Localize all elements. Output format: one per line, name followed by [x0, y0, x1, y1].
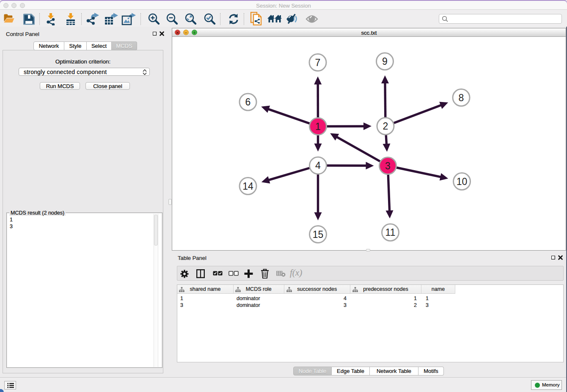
svg-text:2: 2 — [383, 121, 388, 132]
svg-text:1: 1 — [315, 121, 321, 132]
svg-text:4: 4 — [315, 160, 321, 171]
svg-text:6: 6 — [245, 97, 251, 108]
svg-text:9: 9 — [382, 56, 388, 67]
svg-text:8: 8 — [459, 92, 464, 103]
svg-text:15: 15 — [313, 229, 324, 240]
svg-text:10: 10 — [457, 176, 468, 187]
svg-text:11: 11 — [385, 227, 396, 238]
svg-text:3: 3 — [385, 160, 391, 171]
svg-text:14: 14 — [242, 181, 253, 192]
svg-text:7: 7 — [315, 57, 321, 68]
